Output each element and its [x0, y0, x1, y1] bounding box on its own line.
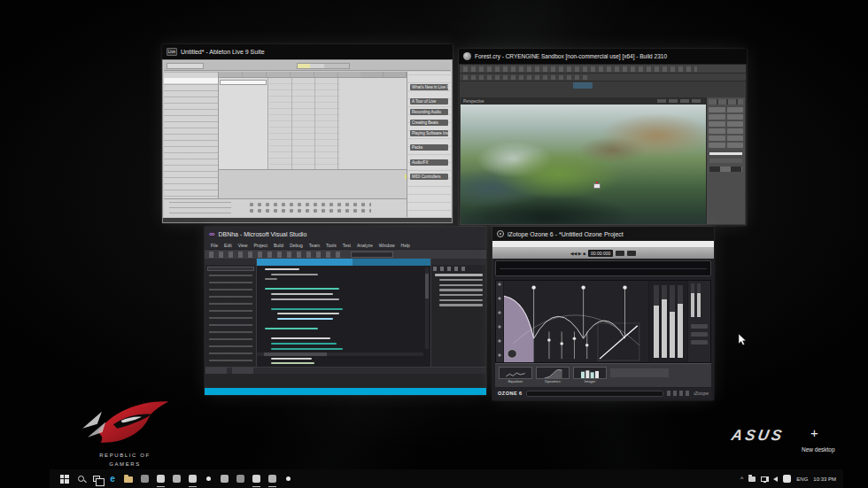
- module-card-dynamics[interactable]: Dynamics: [536, 367, 570, 384]
- ozone-right-column[interactable]: [687, 281, 710, 362]
- vs-solution-explorer-panel[interactable]: [430, 259, 485, 367]
- taskbar-app-running[interactable]: [267, 474, 277, 484]
- menu-item[interactable]: Help: [401, 243, 410, 248]
- vs-toolbar-buttons[interactable]: [209, 252, 342, 258]
- vs-vertical-scrollbar[interactable]: [425, 267, 429, 349]
- menu-item[interactable]: Test: [343, 243, 351, 248]
- vs-tree-item[interactable]: [439, 279, 483, 282]
- module-card-equalizer[interactable]: Equalizer: [499, 367, 532, 384]
- ozone-tool-column[interactable]: [496, 281, 504, 362]
- menu-item[interactable]: Team: [309, 243, 320, 248]
- menu-item[interactable]: Tools: [326, 243, 337, 248]
- ozone-crossover-spectrum[interactable]: [504, 281, 648, 362]
- vs-code-editor[interactable]: [257, 259, 430, 367]
- vs-tree-item[interactable]: [439, 284, 483, 287]
- cryengine-3d-scene[interactable]: [461, 105, 706, 224]
- taskbar-app[interactable]: [204, 474, 213, 484]
- ableton-clip-slot-grid[interactable]: [269, 78, 340, 169]
- system-tray[interactable]: ^ ENG 10:33 PM: [740, 475, 843, 483]
- lesson-button[interactable]: MIDI Controllers: [410, 174, 448, 180]
- vs-tree-item[interactable]: [439, 304, 483, 306]
- tray-clock[interactable]: 10:33 PM: [813, 476, 836, 482]
- lesson-button[interactable]: Playing Software Instruments: [410, 130, 448, 136]
- ableton-transport-bar[interactable]: [164, 61, 451, 71]
- new-desktop-plus-icon[interactable]: +: [810, 425, 818, 440]
- taskbar-app[interactable]: [236, 474, 245, 484]
- module-card-imager[interactable]: Imager: [573, 367, 607, 384]
- menu-item[interactable]: File: [211, 243, 218, 248]
- cryengine-toolbar-row2[interactable]: [460, 74, 746, 81]
- cryengine-rollup-cells[interactable]: [709, 167, 742, 172]
- ableton-track-column[interactable]: [219, 78, 268, 169]
- cryengine-viewport-header[interactable]: Perspective: [461, 97, 706, 105]
- ozone-side-button[interactable]: [691, 340, 708, 345]
- ozone-title-bar[interactable]: iZotope Ozone 6 - *Untitled Ozone Projec…: [492, 227, 714, 241]
- window-ozone[interactable]: iZotope Ozone 6 - *Untitled Ozone Projec…: [492, 227, 714, 400]
- vs-title-bar[interactable]: ∞ DBNha - Microsoft Visual Studio: [205, 227, 486, 241]
- cryengine-selected-object[interactable]: [593, 183, 601, 189]
- ozone-side-button[interactable]: [691, 324, 708, 329]
- ozone-transport-bar[interactable]: ◀◀ ▶ ■ 00:00:000: [492, 248, 714, 259]
- menu-item[interactable]: Analyze: [357, 243, 373, 248]
- menu-item[interactable]: Build: [274, 243, 283, 248]
- ableton-browser-selected-item[interactable]: [164, 78, 218, 83]
- vs-solution-explorer-toolbar[interactable]: [433, 267, 469, 271]
- vs-tree-item[interactable]: [439, 299, 483, 302]
- taskbar-app-running[interactable]: [156, 474, 166, 484]
- ableton-tempo-field[interactable]: [167, 63, 204, 69]
- taskbar-app-running[interactable]: [188, 474, 198, 484]
- task-view-button[interactable]: [92, 474, 102, 484]
- lesson-button[interactable]: What's New in Live 9: [410, 84, 448, 90]
- tray-language[interactable]: ENG: [796, 476, 808, 482]
- lesson-button[interactable]: Recording Audio: [410, 109, 448, 115]
- ableton-title-bar[interactable]: Live Untitled* - Ableton Live 9 Suite: [162, 44, 453, 59]
- cryengine-object-buttons[interactable]: [709, 107, 743, 148]
- ozone-side-button[interactable]: [691, 332, 708, 337]
- ableton-audio-clip[interactable]: [220, 80, 267, 85]
- vs-output-panel[interactable]: [205, 367, 485, 388]
- vs-menu-bar[interactable]: File Edit View Project Build Debug Team …: [205, 241, 486, 249]
- ableton-mixer-section[interactable]: [219, 169, 407, 198]
- taskbar[interactable]: e ^ ENG 10:33 PM: [50, 469, 843, 488]
- vs-tree-item[interactable]: [439, 294, 483, 297]
- vs-editor-navigation-bar[interactable]: [257, 259, 430, 266]
- volume-icon[interactable]: [773, 476, 778, 482]
- taskbar-search[interactable]: [76, 474, 86, 484]
- vs-toolbar-dropdown[interactable]: [351, 252, 393, 258]
- ableton-browser-panel[interactable]: [164, 72, 219, 199]
- ableton-session-view[interactable]: [219, 72, 407, 169]
- vs-tree-item[interactable]: [439, 289, 483, 291]
- ableton-device-panel[interactable]: [164, 198, 407, 217]
- cryengine-title-bar[interactable]: Forest.cry - CRYENGINE Sandbox [non-comm…: [459, 49, 747, 64]
- ozone-footer-buttons[interactable]: [667, 391, 690, 396]
- menu-item[interactable]: Edit: [224, 243, 232, 248]
- ozone-toolbar-button[interactable]: [627, 251, 636, 256]
- taskbar-edge[interactable]: e: [108, 474, 118, 484]
- ozone-toolbar-button[interactable]: [616, 251, 624, 256]
- ableton-device-knobs[interactable]: [249, 202, 371, 214]
- cryengine-slider[interactable]: [709, 152, 742, 155]
- taskbar-file-explorer[interactable]: [124, 474, 134, 484]
- transport-controls-icon[interactable]: ◀◀ ▶ ■: [570, 252, 585, 256]
- window-cryengine[interactable]: Forest.cry - CRYENGINE Sandbox [non-comm…: [459, 49, 747, 226]
- vs-horizontal-scrollbar[interactable]: [257, 352, 423, 356]
- vs-tree-item[interactable]: [435, 274, 483, 276]
- menu-item[interactable]: Debug: [290, 243, 303, 248]
- tray-chevron-icon[interactable]: ^: [740, 476, 743, 482]
- menu-item[interactable]: Window: [379, 243, 395, 248]
- lesson-button[interactable]: Creating Beats: [410, 120, 448, 126]
- window-visual-studio[interactable]: ∞ DBNha - Microsoft Visual Studio File E…: [205, 227, 486, 395]
- ozone-preset-field[interactable]: [526, 391, 664, 397]
- start-button[interactable]: [60, 474, 70, 484]
- cryengine-rollup-tabs[interactable]: [709, 99, 743, 105]
- lesson-button[interactable]: Packs: [410, 144, 448, 151]
- ableton-transport-controls[interactable]: [297, 63, 350, 69]
- cryengine-viewport[interactable]: Perspective: [461, 97, 706, 224]
- taskbar-app[interactable]: [140, 474, 150, 484]
- taskbar-app[interactable]: [220, 474, 229, 484]
- vs-toolbox-panel[interactable]: [205, 259, 257, 367]
- taskbar-app[interactable]: [172, 474, 182, 484]
- menu-item[interactable]: View: [238, 243, 248, 248]
- vs-toolbar[interactable]: [205, 249, 486, 259]
- module-empty-slot[interactable]: [610, 368, 669, 377]
